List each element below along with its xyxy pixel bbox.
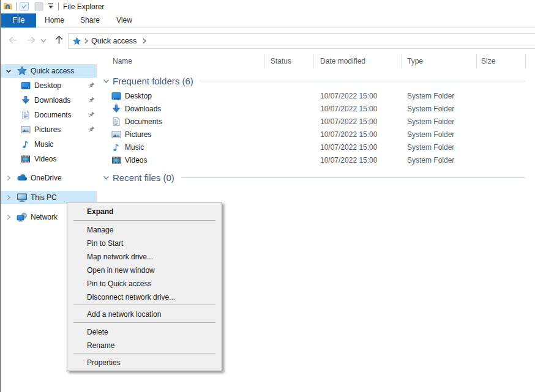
menu-item-open-in-new-window[interactable]: Open in new window	[67, 264, 222, 277]
file-row-desktop[interactable]: Desktop10/07/2022 15:00System Folder	[99, 90, 535, 103]
file-name: Music	[125, 141, 144, 154]
qat-customize-icon[interactable]	[47, 3, 54, 10]
menu-separator	[73, 220, 215, 221]
music-icon	[111, 142, 121, 152]
chevron-right-icon[interactable]	[6, 194, 12, 201]
column-header-date-modified[interactable]: Date modified	[320, 53, 365, 70]
menu-separator	[73, 353, 215, 353]
group-header-rule	[200, 81, 525, 81]
music-icon	[21, 139, 31, 149]
breadcrumb-chevron-icon[interactable]	[142, 38, 147, 44]
file-row-downloads[interactable]: Downloads10/07/2022 15:00System Folder	[99, 103, 535, 116]
sidebar-item-music[interactable]: Music	[1, 138, 97, 151]
column-header-size[interactable]: Size	[481, 53, 495, 70]
chevron-down-icon[interactable]	[6, 68, 12, 74]
documents-icon	[21, 110, 31, 120]
back-button[interactable]	[7, 35, 18, 45]
tab-home[interactable]: Home	[37, 13, 72, 28]
file-date-modified: 10/07/2022 15:00	[320, 116, 377, 128]
file-date-modified: 10/07/2022 15:00	[320, 90, 377, 103]
videos-icon	[21, 154, 31, 164]
sidebar-item-label: OneDrive	[31, 171, 62, 185]
menu-item-manage[interactable]: Manage	[67, 223, 222, 237]
column-separator	[264, 54, 265, 68]
sidebar-item-label: Pictures	[34, 123, 61, 136]
quick-access-star-icon	[72, 37, 81, 46]
sidebar-item-label: Downloads	[34, 94, 70, 107]
chevron-right-icon[interactable]	[6, 175, 12, 181]
file-type: System Folder	[407, 116, 454, 128]
qat-properties-icon[interactable]	[19, 1, 29, 12]
tab-share[interactable]: Share	[72, 13, 108, 28]
column-header-status[interactable]: Status	[271, 53, 291, 70]
file-date-modified: 10/07/2022 15:00	[320, 103, 377, 116]
file-row-videos[interactable]: Videos10/07/2022 15:00System Folder	[99, 154, 535, 167]
pin-icon	[88, 97, 95, 104]
menu-item-expand[interactable]: Expand	[67, 204, 222, 219]
quickaccess-icon	[17, 65, 28, 76]
qat-new-folder-icon[interactable]	[34, 1, 44, 12]
menu-item-disconnect-network-drive[interactable]: Disconnect network drive...	[67, 290, 222, 304]
address-bar[interactable]: Quick access	[68, 33, 535, 49]
file-row-documents[interactable]: Documents10/07/2022 15:00System Folder	[99, 116, 535, 128]
sidebar-item-label: Music	[34, 138, 53, 151]
videos-icon	[111, 155, 121, 165]
pictures-icon	[21, 125, 31, 135]
file-date-modified: 10/07/2022 15:00	[320, 141, 377, 154]
tab-file[interactable]: File	[1, 13, 36, 28]
file-type: System Folder	[407, 103, 454, 116]
chevron-down-icon[interactable]	[103, 78, 110, 84]
file-name: Videos	[125, 154, 147, 167]
menu-item-delete[interactable]: Delete	[67, 325, 222, 339]
sidebar-item-label: Quick access	[31, 64, 74, 78]
file-date-modified: 10/07/2022 15:00	[320, 128, 377, 141]
sidebar-item-onedrive[interactable]: OneDrive	[1, 171, 97, 185]
file-row-music[interactable]: Music10/07/2022 15:00System Folder	[99, 141, 535, 154]
sidebar-item-videos[interactable]: Videos	[1, 152, 97, 166]
menu-item-properties[interactable]: Properties	[67, 356, 222, 369]
sidebar-item-label: Network	[31, 210, 58, 224]
file-type: System Folder	[407, 128, 454, 141]
sidebar-item-desktop[interactable]: Desktop	[1, 79, 97, 92]
group-header-label: Frequent folders (6)	[113, 76, 193, 86]
recent-locations-button[interactable]	[40, 39, 47, 43]
menu-item-pin-to-start[interactable]: Pin to Start	[67, 237, 222, 250]
forward-button[interactable]	[26, 35, 37, 45]
title-bar: File Explorer	[1, 0, 535, 13]
column-header-type[interactable]: Type	[407, 53, 423, 70]
breadcrumb-location[interactable]: Quick access	[91, 37, 137, 45]
menu-item-pin-to-quick-access[interactable]: Pin to Quick access	[67, 277, 222, 290]
sidebar-item-documents[interactable]: Documents	[1, 108, 97, 122]
menu-item-add-a-network-location[interactable]: Add a network location	[67, 308, 222, 321]
context-menu: ExpandManagePin to StartMap network driv…	[67, 202, 222, 371]
file-date-modified: 10/07/2022 15:00	[320, 154, 377, 167]
group-header-frequent-folders[interactable]: Frequent folders (6)	[99, 73, 535, 88]
file-type: System Folder	[407, 141, 454, 154]
up-button[interactable]	[54, 34, 64, 45]
group-header-label: Recent files (0)	[113, 172, 174, 183]
menu-item-map-network-drive[interactable]: Map network drive...	[67, 250, 222, 264]
pin-icon	[88, 82, 95, 89]
onedrive-icon	[17, 172, 28, 183]
sidebar-item-downloads[interactable]: Downloads	[1, 94, 97, 107]
pin-icon	[88, 126, 95, 133]
sidebar: Quick accessDesktopDownloadsDocumentsPic…	[1, 53, 97, 225]
file-row-pictures[interactable]: Pictures10/07/2022 15:00System Folder	[99, 128, 535, 141]
menu-separator	[73, 322, 215, 323]
breadcrumb-chevron-icon[interactable]	[84, 38, 89, 44]
chevron-right-icon[interactable]	[6, 214, 12, 220]
tab-view[interactable]: View	[108, 13, 140, 28]
file-explorer-window: File Explorer File Home Share View Quick…	[0, 0, 535, 392]
file-name: Documents	[125, 116, 162, 128]
sidebar-item-label: Documents	[34, 108, 72, 122]
sidebar-item-quick-access[interactable]: Quick access	[1, 64, 97, 78]
sidebar-item-pictures[interactable]: Pictures	[1, 123, 97, 136]
group-header-recent-files[interactable]: Recent files (0)	[99, 170, 535, 185]
network-icon	[17, 212, 28, 223]
file-name: Desktop	[125, 90, 152, 103]
chevron-down-icon[interactable]	[103, 174, 110, 181]
column-header-name[interactable]: Name	[113, 53, 132, 70]
group-header-rule	[181, 177, 525, 178]
titlebar-separator	[58, 2, 59, 10]
menu-item-rename[interactable]: Rename	[67, 339, 222, 352]
